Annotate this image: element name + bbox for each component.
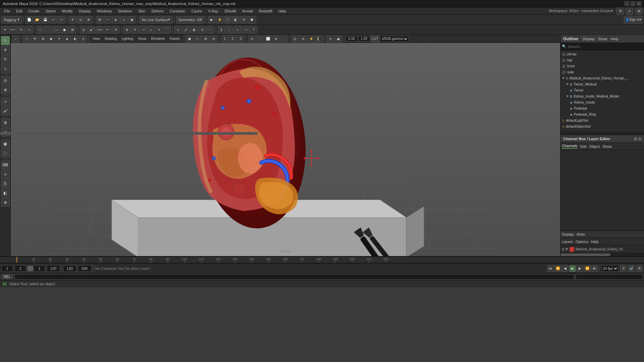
anim-range-end[interactable] bbox=[63, 265, 76, 272]
vp-subdiv-btn[interactable]: 1 bbox=[221, 35, 228, 43]
vp-light-btn[interactable]: ☀ bbox=[55, 35, 63, 43]
cb-icon1[interactable]: ⊞ bbox=[634, 137, 637, 141]
tree-item-pedestal-ring[interactable]: ◈ Pedestal_Ring bbox=[560, 111, 644, 117]
vp-display-btn[interactable]: ⊙ bbox=[79, 35, 87, 43]
options-btn[interactable]: Options bbox=[576, 240, 588, 244]
vp-subdiv2-btn[interactable]: 2 bbox=[229, 35, 236, 43]
attr-lt[interactable]: ☰ bbox=[1, 179, 10, 188]
vp-smooth-btn[interactable]: ⬛ bbox=[256, 35, 264, 43]
xform-btn[interactable]: ✛ bbox=[131, 26, 139, 34]
xgen-btn3[interactable]: ⌽ bbox=[234, 26, 241, 34]
vp-isolate-btn[interactable]: ◎ bbox=[291, 35, 299, 43]
render-btn5[interactable]: ⏸ bbox=[240, 16, 248, 23]
xgen-btn1[interactable]: ⟫ bbox=[218, 26, 225, 34]
tree-item-top[interactable]: 🎥 top bbox=[560, 57, 644, 63]
maximize-button[interactable]: □ bbox=[631, 1, 635, 6]
vp-material-btn[interactable]: ◈ bbox=[63, 35, 71, 43]
snap-align-btn[interactable]: ⊥ bbox=[147, 26, 155, 34]
outliner-menu-help[interactable]: Help bbox=[611, 37, 619, 41]
rigging-dropdown[interactable]: Rigging ▾ bbox=[1, 16, 22, 23]
cb-tab-edit[interactable]: Edit bbox=[580, 144, 586, 148]
vp-icon-row4[interactable]: ⊟ bbox=[210, 35, 217, 43]
cb-icon2[interactable]: ⊟ bbox=[638, 137, 641, 141]
vp-exposure-input[interactable] bbox=[346, 36, 358, 42]
tree-item-front[interactable]: 🎥 front bbox=[560, 63, 644, 69]
vp-lut-btn[interactable]: LUT bbox=[371, 35, 380, 43]
vp-shading-btn[interactable]: ◐ bbox=[71, 35, 79, 43]
render-btn6[interactable]: ⏹ bbox=[248, 16, 256, 23]
render-btn4[interactable]: ◧ bbox=[232, 16, 239, 23]
select-tool-lt[interactable]: ↖ bbox=[1, 36, 10, 45]
audio-btn[interactable]: 🔊 bbox=[628, 265, 635, 272]
align-btn[interactable]: ⊣ bbox=[139, 26, 147, 34]
rotate-btn[interactable]: ↻ bbox=[17, 26, 25, 34]
sym-btn[interactable]: ⊢ bbox=[104, 26, 111, 34]
render-btn1[interactable]: ▶ bbox=[208, 16, 215, 23]
bend-btn[interactable]: ⊂ bbox=[174, 26, 182, 34]
timeline-ruler[interactable]: 1 10 20 30 40 50 60 70 80 90 100 110 bbox=[0, 256, 644, 263]
vp-gamma-select[interactable]: sRGB gamma bbox=[380, 36, 409, 42]
vp-icon-row1[interactable]: ◼ bbox=[186, 35, 193, 43]
menu-skin[interactable]: Skin bbox=[136, 8, 148, 14]
channel-lt[interactable]: ◧ bbox=[1, 189, 10, 197]
vp-fog-btn[interactable]: ≋ bbox=[327, 35, 334, 43]
vp-icon-row3[interactable]: ⊞ bbox=[202, 35, 209, 43]
lasso-btn[interactable]: ◎ bbox=[77, 16, 84, 23]
component-btn[interactable]: □ bbox=[37, 26, 44, 34]
da-display[interactable]: Display bbox=[562, 232, 574, 236]
current-frame-input[interactable] bbox=[1, 265, 13, 272]
translate-btn[interactable]: ⟵ bbox=[9, 26, 17, 34]
curve-snap-btn[interactable]: ⌒ bbox=[163, 26, 171, 34]
tree-item-twizer-medical[interactable]: ▼ ⊞ Twizer_Medical bbox=[560, 81, 644, 87]
undo-btn[interactable]: ↩ bbox=[50, 16, 57, 23]
vp-ao-btn[interactable]: ◕ bbox=[335, 35, 342, 43]
xgen-btn4[interactable]: ⊣ bbox=[242, 26, 249, 34]
soft-sel-btn[interactable]: ◎ bbox=[80, 26, 87, 34]
vp-bounding-btn[interactable]: ⊕ bbox=[272, 35, 280, 43]
menu-vray[interactable]: V-Ray bbox=[206, 8, 221, 14]
new-file-btn[interactable]: 📄 bbox=[25, 16, 33, 23]
paint-wts-btn[interactable]: 🖌 bbox=[88, 26, 95, 34]
menu-3dtoall[interactable]: 3DtoAll bbox=[222, 8, 239, 14]
vp-menu-lighting[interactable]: Lighting bbox=[119, 36, 135, 41]
pb-prev-key[interactable]: ⏪ bbox=[554, 265, 561, 272]
vp-home-btn[interactable]: ⌂ bbox=[12, 35, 19, 43]
deform-btn[interactable]: ≋ bbox=[112, 26, 119, 34]
uv-btn[interactable]: ⊞ bbox=[69, 26, 76, 34]
snap-point-btn[interactable]: ◈ bbox=[112, 16, 119, 23]
frame-num-input[interactable] bbox=[34, 265, 45, 272]
render-btn2[interactable]: ⚡ bbox=[216, 16, 223, 23]
outliner-menu-show[interactable]: Show bbox=[598, 37, 607, 41]
outliner-scrollbar[interactable] bbox=[560, 132, 644, 135]
show-manip-lt[interactable]: ⊕ bbox=[1, 85, 10, 94]
outliner-menu-display[interactable]: Display bbox=[583, 37, 595, 41]
tree-item-side[interactable]: 🎥 side bbox=[560, 69, 644, 75]
cb-tab-object[interactable]: Object bbox=[589, 144, 600, 148]
snap-grid-lt[interactable]: ⊞ bbox=[1, 118, 10, 127]
pb-prev-frame[interactable]: ◀ bbox=[562, 265, 569, 272]
vp-obj-btn[interactable]: ◉ bbox=[47, 35, 55, 43]
pb-last-frame[interactable]: ⏭ bbox=[591, 265, 598, 272]
match-btn[interactable]: ≡ bbox=[155, 26, 163, 34]
mel-toggle-btn[interactable]: MEL bbox=[1, 274, 13, 279]
tree-item-pedestal[interactable]: ◈ Pedestal bbox=[560, 105, 644, 111]
anim-end-input[interactable] bbox=[78, 265, 91, 272]
scale-btn[interactable]: ⤡ bbox=[25, 26, 33, 34]
snap-curve-btn[interactable]: 〰 bbox=[104, 16, 111, 23]
scale-tool-lt[interactable]: ⤡ bbox=[1, 64, 10, 73]
vp-wire-btn[interactable]: ⊡ bbox=[248, 35, 256, 43]
relax-btn[interactable]: ⊙ bbox=[199, 26, 206, 34]
pivot-btn[interactable]: ⊕ bbox=[123, 26, 130, 34]
vp-grid-btn[interactable]: ⊞ bbox=[39, 35, 47, 43]
vp-xray-btn[interactable]: ⊚ bbox=[300, 35, 307, 43]
menu-create[interactable]: Create bbox=[26, 8, 42, 14]
vp-cam-btn[interactable]: 🎥 bbox=[23, 35, 31, 43]
face-btn[interactable]: ◼ bbox=[61, 26, 68, 34]
cb-tab-channels[interactable]: Channels bbox=[562, 144, 577, 149]
paint-lt[interactable]: 🖌 bbox=[1, 107, 10, 115]
tree-item-kidney-inside[interactable]: ◈ Kidney_Inside bbox=[560, 99, 644, 105]
menu-cache[interactable]: Cache bbox=[189, 8, 205, 14]
minimize-button[interactable]: — bbox=[625, 1, 629, 6]
workspace-btn2[interactable]: ≡ bbox=[626, 7, 633, 15]
layers-btn[interactable]: Layers bbox=[562, 240, 573, 244]
